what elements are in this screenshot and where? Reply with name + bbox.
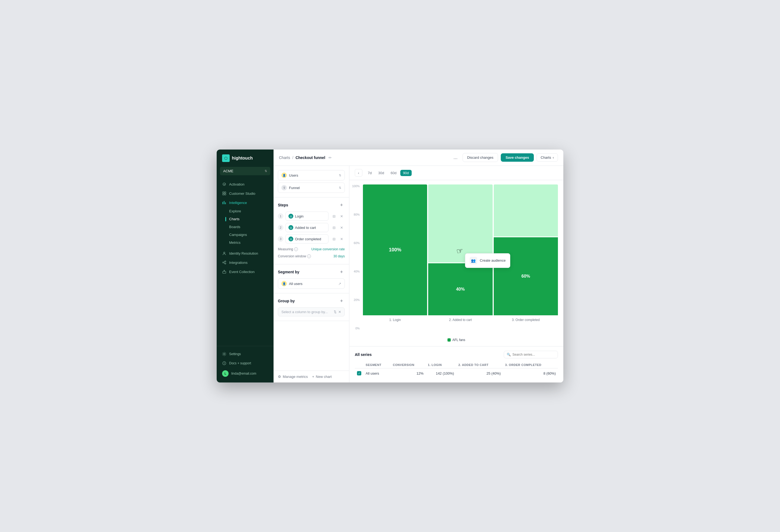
svg-point-10 [225,261,226,262]
sidebar-item-activation[interactable]: Activation [217,180,274,189]
sidebar-sub-item-boards[interactable]: Boards [217,223,274,231]
step-event-icon-1 [288,214,293,219]
create-audience-tooltip[interactable]: 👥 Create audience [465,253,510,268]
step-remove-btn-2[interactable]: ✕ [338,224,345,231]
funnel-bar-cart-converted[interactable]: 40% [428,263,492,315]
groupby-selector[interactable]: Select a column to group by... ⇅ ✕ [278,307,345,317]
step-label-2: Added to cart [295,226,316,230]
step-remove-btn-1[interactable]: ✕ [338,213,345,220]
sidebar-item-integrations[interactable]: Integrations [217,258,274,267]
chart-back-button[interactable]: ‹ [355,169,362,177]
chart-controls: ‹ 7d 30d 60d 90d [349,166,563,180]
segment-external-link-icon[interactable]: ↗ [338,282,341,286]
y-label-100: 100% [352,185,360,188]
groupby-placeholder: Select a column to group by... [281,310,328,314]
row-checkbox[interactable] [357,371,361,376]
sidebar-item-event-collection[interactable]: Event Collection [217,267,274,276]
svg-rect-3 [223,194,224,195]
time-filter-90d[interactable]: 90d [400,170,412,176]
col-header-login: 1. LOGIN [426,361,456,369]
new-chart-button[interactable]: + New chart [312,375,332,379]
measuring-info-icon[interactable]: i [294,247,298,251]
add-step-button[interactable]: + [338,202,345,208]
main-content: Charts / Checkout funnel ✏ ... Discard c… [274,149,563,383]
funnel-bar-container-cart: 40% [428,185,492,315]
funnel-bar-container-order: 60% [494,185,558,315]
topbar-actions: ... Discard changes Save changes Charts … [451,153,558,162]
svg-rect-2 [225,192,226,193]
col-header-segment: SEGMENT [363,361,391,369]
chevron-left-icon: ‹ [553,155,554,159]
groupby-right-icons: ⇅ ✕ [334,310,341,314]
more-options-button[interactable]: ... [451,153,460,162]
sidebar: hightouch ACME ⇅ Activation [217,149,274,383]
funnel-bar-order-dropped [494,185,558,237]
sidebar-item-identity-resolution[interactable]: Identity Resolution [217,249,274,258]
groupby-header: Group by + [278,298,345,304]
series-header: All series 🔍 [355,351,558,358]
breadcrumb: Charts / Checkout funnel ✏ [279,155,332,160]
sidebar-sub-item-campaigns[interactable]: Campaigns [217,231,274,239]
conversion-info-icon[interactable]: i [307,254,311,258]
charts-toggle-label: Charts [541,155,551,159]
time-filter-30d[interactable]: 30d [375,170,387,176]
users-selector[interactable]: 👤 Users ⇅ [278,170,345,180]
y-label-80: 80% [354,213,360,216]
step-remove-btn-3[interactable]: ✕ [338,236,345,242]
breadcrumb-parent[interactable]: Charts [279,155,290,160]
funnel-bar-order-converted[interactable]: 60% [494,237,558,315]
table-wrap: SEGMENT CONVERSION 1. LOGIN 2. ADDED TO … [355,361,558,378]
chart-type-selector[interactable]: ⊽ Funnel ⇅ [278,183,345,193]
search-series-input[interactable] [513,353,555,356]
panel-footer: ⚙ Manage metrics + New chart [274,371,349,383]
sidebar-item-settings[interactable]: Settings [217,349,274,359]
body-layout: 👤 Users ⇅ ⊽ Funnel ⇅ [274,166,563,383]
sidebar-item-user[interactable]: L linda@email.com [217,368,274,379]
step-event-icon-3 [288,237,293,241]
segment-icon: 👤 [281,281,287,286]
step-input-3[interactable]: Order completed [286,234,329,244]
sidebar-sub-item-campaigns-label: Campaigns [229,233,247,237]
sidebar-nav: Activation Customer Studio Intelligence [217,178,274,346]
save-changes-button[interactable]: Save changes [501,153,534,162]
add-groupby-button[interactable]: + [338,298,345,304]
topbar: Charts / Checkout funnel ✏ ... Discard c… [274,149,563,166]
edit-title-icon[interactable]: ✏ [329,155,332,160]
charts-panel-toggle[interactable]: Charts ‹ [537,153,558,162]
settings-icon [222,352,227,356]
legend-label: AFL fans [452,338,465,342]
discard-changes-button[interactable]: Discard changes [462,153,498,162]
sidebar-sub-item-metrics[interactable]: Metrics [217,239,274,246]
logo-text: hightouch [232,156,253,161]
time-filter-7d[interactable]: 7d [365,170,374,176]
step-label-1: Login [295,214,304,218]
step-filter-btn-2[interactable]: ⊟ [331,224,337,231]
sidebar-item-customer-studio[interactable]: Customer Studio [217,189,274,198]
step-num-1: 1 [278,213,283,219]
manage-metrics-icon: ⚙ [278,375,281,379]
sidebar-item-docs[interactable]: Docs + support [217,359,274,368]
funnel-icon: ⊽ [281,185,287,190]
sidebar-sub-item-charts[interactable]: Charts [217,215,274,223]
segment-row[interactable]: 👤 All users ↗ [278,279,345,289]
groupby-clear-icon[interactable]: ✕ [338,310,341,314]
step-input-1[interactable]: Login [286,211,329,221]
step-row-1: 1 Login ⊟ ✕ [278,211,345,221]
sidebar-item-intelligence[interactable]: Intelligence [217,198,274,207]
add-segment-button[interactable]: + [338,269,345,275]
search-series-box[interactable]: 🔍 [504,351,558,358]
time-filter-60d[interactable]: 60d [388,170,399,176]
manage-metrics-button[interactable]: ⚙ Manage metrics [278,375,308,379]
sidebar-item-event-collection-label: Event Collection [229,270,255,274]
docs-icon [222,361,227,366]
sidebar-sub-item-explore[interactable]: Explore [217,207,274,215]
step-input-2[interactable]: Added to cart [286,223,329,232]
funnel-bar-login-converted[interactable]: 100% [363,185,427,315]
step-filter-btn-3[interactable]: ⊟ [331,236,337,242]
time-filters: 7d 30d 60d 90d [365,170,412,176]
conversion-value[interactable]: 30 days [333,254,345,258]
step-filter-btn-1[interactable]: ⊟ [331,213,337,220]
org-selector[interactable]: ACME ⇅ [220,167,270,175]
funnel-col-login: 100% 1. Login [363,185,427,322]
measuring-value[interactable]: Unique conversion rate [311,247,345,251]
